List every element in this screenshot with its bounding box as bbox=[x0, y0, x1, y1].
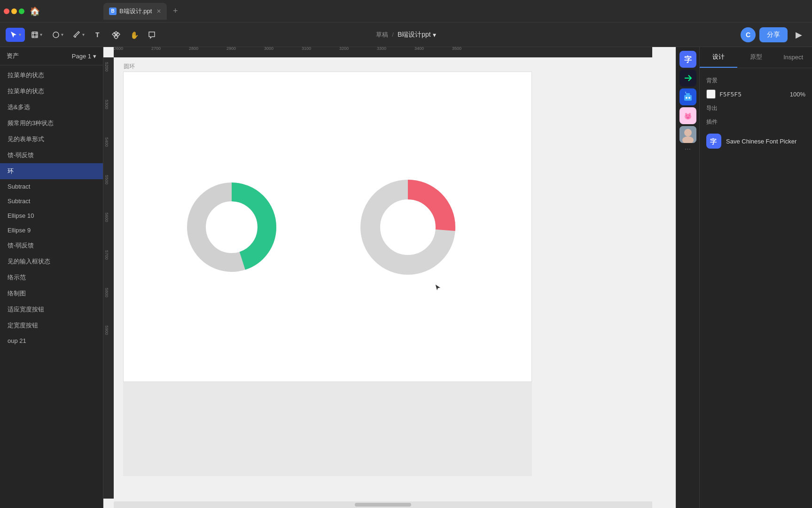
layer-item-6[interactable]: 馈-弱反馈 bbox=[0, 238, 103, 254]
canvas-inner[interactable]: 圆环 bbox=[114, 57, 676, 499]
layer-item-subtract2[interactable]: Subtract bbox=[0, 194, 103, 208]
svg-text:✋: ✋ bbox=[130, 31, 138, 39]
pen-tool[interactable]: ▾ bbox=[69, 28, 88, 42]
layer-item-0[interactable]: 拉菜单的状态 bbox=[0, 67, 103, 83]
save-chinese-font-plugin-icon: 字 bbox=[706, 134, 721, 149]
share-button[interactable]: 分享 bbox=[759, 27, 788, 42]
sidebar-layer-list: 拉菜单的状态 拉菜单的状态 选&多选 频常用的3种状态 见的表单形式 馈-弱反馈… bbox=[0, 65, 103, 508]
green-donut[interactable] bbox=[185, 180, 279, 276]
component-tool[interactable] bbox=[108, 28, 124, 42]
red-donut[interactable] bbox=[359, 178, 457, 278]
svg-rect-0 bbox=[32, 32, 38, 38]
canvas-frame[interactable]: 圆环 bbox=[123, 71, 532, 382]
canvas-footer-section bbox=[123, 382, 532, 476]
browser-topbar: 🏠 B B端设计.ppt ✕ + bbox=[0, 0, 812, 23]
maximize-button[interactable] bbox=[19, 8, 24, 14]
background-color-row: F5F5F5 100% bbox=[706, 89, 805, 99]
robot-plugin-icon[interactable] bbox=[679, 88, 696, 105]
toolbar-right: C 分享 ▶ bbox=[436, 27, 812, 42]
svg-point-30 bbox=[684, 129, 692, 136]
select-chevron: ▾ bbox=[19, 32, 21, 37]
layer-item-12[interactable]: oup 21 bbox=[0, 333, 103, 348]
user-avatar[interactable]: C bbox=[741, 27, 756, 42]
canvas-scrollbar[interactable] bbox=[114, 501, 652, 508]
layer-item-11[interactable]: 定宽度按钮 bbox=[0, 318, 103, 333]
home-tab[interactable]: 🏠 bbox=[26, 3, 43, 20]
scrollbar-thumb[interactable] bbox=[355, 503, 411, 507]
minimize-button[interactable] bbox=[11, 8, 17, 14]
ruler-mark-5700: 5700 bbox=[104, 250, 109, 260]
export-section-title: 导出 bbox=[706, 104, 805, 112]
active-tab[interactable]: B B端设计.ppt ✕ bbox=[103, 3, 167, 20]
layer-item-5[interactable]: 馈-弱反馈 bbox=[0, 147, 103, 163]
assets-label: 资产 bbox=[7, 52, 19, 60]
window-controls: 🏠 bbox=[0, 3, 103, 20]
layer-item-2[interactable]: 选&多选 bbox=[0, 99, 103, 115]
project-title[interactable]: B端设计ppt ▾ bbox=[398, 31, 436, 39]
hand-tool[interactable]: ✋ bbox=[126, 28, 142, 42]
page-selector[interactable]: Page 1 ▾ bbox=[72, 53, 96, 60]
ruler-mark-3400: 3400 bbox=[414, 47, 424, 51]
layer-item-3[interactable]: 频常用的3种状态 bbox=[0, 115, 103, 131]
tab-favicon: B bbox=[109, 8, 117, 15]
right-panel-tabs: 设计 原型 Inspect bbox=[700, 47, 812, 68]
svg-point-24 bbox=[687, 117, 687, 118]
layer-item-10[interactable]: 适应宽度按钮 bbox=[0, 302, 103, 318]
ruler-mark-3200: 3200 bbox=[339, 47, 349, 51]
svg-rect-17 bbox=[686, 93, 686, 94]
layer-item-9[interactable]: 络制图 bbox=[0, 286, 103, 302]
canvas-area[interactable]: 2600 2700 2800 2900 3000 3100 3200 3300 … bbox=[103, 47, 676, 508]
tab-inspect[interactable]: Inspect bbox=[774, 48, 812, 67]
ruler-mark-2900: 2900 bbox=[226, 47, 236, 51]
chinese-font-icon[interactable]: 字 bbox=[679, 51, 696, 68]
left-sidebar: 资产 Page 1 ▾ 拉菜单的状态 拉菜单的状态 选&多选 频常用的3种状态 … bbox=[0, 47, 103, 508]
close-button[interactable] bbox=[4, 8, 9, 14]
background-opacity: 100% bbox=[790, 91, 805, 98]
tab-design[interactable]: 设计 bbox=[700, 47, 737, 68]
more-plugins-indicator: ··· bbox=[685, 145, 691, 153]
svg-point-27 bbox=[685, 113, 687, 115]
arrow-plugin-icon[interactable] bbox=[679, 70, 696, 87]
pen-chevron: ▾ bbox=[82, 32, 85, 37]
right-panel: 设计 原型 Inspect 背景 F5F5F5 100% 导出 插件 字 bbox=[699, 47, 812, 508]
pig-plugin-icon[interactable] bbox=[679, 107, 696, 124]
breadcrumb-draft: 草稿 bbox=[376, 31, 388, 39]
ruler-mark-2600: 2600 bbox=[114, 47, 123, 51]
frame-tool[interactable]: ▾ bbox=[27, 28, 46, 42]
toolbar-tools: ▾ ▾ ▾ ▾ T ✋ bbox=[0, 28, 376, 42]
new-tab-button[interactable]: + bbox=[169, 5, 182, 18]
toolbar: ▾ ▾ ▾ ▾ T ✋ 草稿 / B端设计ppt ▾ bbox=[0, 23, 812, 47]
frame-label: 圆环 bbox=[124, 63, 135, 71]
layer-item-1[interactable]: 拉菜单的状态 bbox=[0, 83, 103, 99]
svg-point-18 bbox=[685, 92, 686, 93]
background-color-swatch[interactable] bbox=[706, 89, 716, 99]
svg-text:字: 字 bbox=[684, 55, 692, 64]
breadcrumb-sep: / bbox=[392, 31, 394, 38]
page-label: Page 1 bbox=[72, 53, 91, 60]
shape-tool[interactable]: ▾ bbox=[48, 28, 67, 42]
layer-item-ellipse9[interactable]: Ellipse 9 bbox=[0, 223, 103, 238]
face-plugin-icon[interactable] bbox=[679, 126, 696, 143]
ruler-mark-5800: 5800 bbox=[104, 288, 109, 297]
text-tool[interactable]: T bbox=[90, 28, 106, 42]
tab-close-icon[interactable]: ✕ bbox=[156, 8, 161, 15]
layer-item-ellipse10[interactable]: Ellipse 10 bbox=[0, 208, 103, 223]
tab-prototype[interactable]: 原型 bbox=[737, 47, 775, 68]
ruler-mark-5900: 5900 bbox=[104, 325, 109, 335]
plugin-item-save-chinese[interactable]: 字 Save Chinese Font Picker bbox=[706, 130, 805, 152]
layer-item-ring[interactable]: 环 bbox=[0, 163, 103, 179]
svg-rect-13 bbox=[684, 95, 692, 101]
ruler-mark-3300: 3300 bbox=[377, 47, 386, 51]
play-button[interactable]: ▶ bbox=[791, 27, 806, 42]
ruler-mark-5500: 5500 bbox=[104, 175, 109, 184]
svg-point-26 bbox=[687, 118, 689, 119]
select-tool[interactable]: ▾ bbox=[6, 28, 25, 42]
breadcrumb: 草稿 / B端设计ppt ▾ bbox=[376, 31, 436, 39]
layer-item-8[interactable]: 络示范 bbox=[0, 270, 103, 286]
layer-item-4[interactable]: 见的表单形式 bbox=[0, 131, 103, 147]
layer-item-7[interactable]: 见的输入框状态 bbox=[0, 254, 103, 270]
page-chevron: ▾ bbox=[93, 53, 96, 60]
ruler-mark-2700: 2700 bbox=[151, 47, 161, 51]
layer-item-subtract1[interactable]: Subtract bbox=[0, 179, 103, 194]
comment-tool[interactable] bbox=[144, 28, 160, 42]
